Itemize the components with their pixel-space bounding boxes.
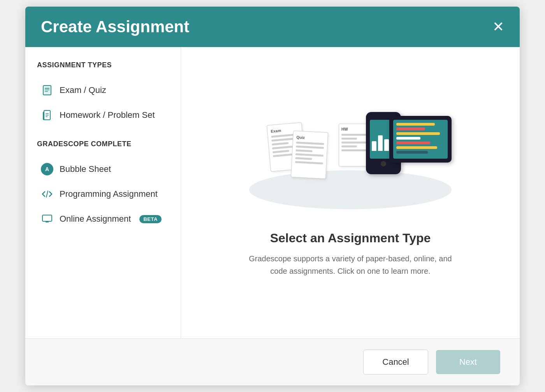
main-heading: Select an Assignment Type — [270, 231, 431, 245]
programming-label: Programming Assignment — [60, 189, 158, 199]
sidebar-item-programming[interactable]: Programming Assignment — [37, 182, 169, 206]
modal-header: Create Assignment ✕ — [25, 7, 520, 47]
tablet-line-6 — [396, 146, 437, 149]
svg-rect-0 — [43, 86, 51, 95]
tablet-line-4 — [396, 137, 420, 140]
svg-rect-9 — [42, 215, 52, 221]
ellipse-background — [249, 170, 452, 209]
close-button[interactable]: ✕ — [492, 20, 504, 34]
modal-footer: Cancel Next — [25, 339, 520, 385]
main-description: Gradescope supports a variety of paper-b… — [241, 252, 459, 277]
homework-icon — [41, 109, 53, 121]
tablet-line-7 — [396, 151, 428, 154]
quiz-document: Quiz — [291, 131, 328, 179]
svg-line-8 — [46, 191, 48, 197]
exam-quiz-icon — [41, 84, 53, 96]
tablet-screen — [393, 120, 448, 159]
bar-2 — [378, 135, 383, 151]
create-assignment-modal: Create Assignment ✕ ASSIGNMENT TYPES Exa… — [25, 7, 520, 385]
tablet-line-2 — [396, 128, 425, 130]
online-icon — [41, 213, 53, 225]
main-content: Exam Quiz — [181, 47, 520, 338]
tablet-illustration — [389, 116, 452, 163]
sidebar-item-exam-quiz[interactable]: Exam / Quiz — [37, 79, 169, 102]
sidebar-item-online[interactable]: Online Assignment BETA — [37, 207, 169, 231]
section-title-gradescope: GRADESCOPE COMPLETE — [37, 140, 169, 148]
exam-quiz-label: Exam / Quiz — [60, 85, 106, 95]
section-title-assignment-types: ASSIGNMENT TYPES — [37, 61, 169, 69]
sidebar: ASSIGNMENT TYPES Exam / Quiz — [25, 47, 181, 338]
homework-label: Homework / Problem Set — [60, 110, 155, 120]
cancel-button[interactable]: Cancel — [363, 350, 428, 374]
tablet-line-3 — [396, 132, 440, 135]
programming-icon — [41, 188, 53, 200]
tablet-line-5 — [396, 142, 430, 144]
illustration: Exam Quiz — [241, 108, 459, 217]
beta-badge: BETA — [139, 215, 161, 223]
sidebar-item-homework[interactable]: Homework / Problem Set — [37, 103, 169, 127]
modal-body: ASSIGNMENT TYPES Exam / Quiz — [25, 47, 520, 339]
modal-title: Create Assignment — [41, 18, 189, 36]
hw-document: HW — [339, 124, 370, 166]
phone-home-button — [381, 161, 386, 166]
bubble-sheet-icon: A — [41, 163, 53, 175]
tablet-line-1 — [396, 123, 435, 126]
next-button[interactable]: Next — [436, 350, 500, 374]
bar-1 — [372, 141, 376, 151]
online-label: Online Assignment — [60, 214, 131, 224]
bar-3 — [384, 139, 389, 151]
bubble-sheet-label: Bubble Sheet — [60, 164, 111, 174]
sidebar-item-bubble-sheet[interactable]: A Bubble Sheet — [37, 158, 169, 181]
